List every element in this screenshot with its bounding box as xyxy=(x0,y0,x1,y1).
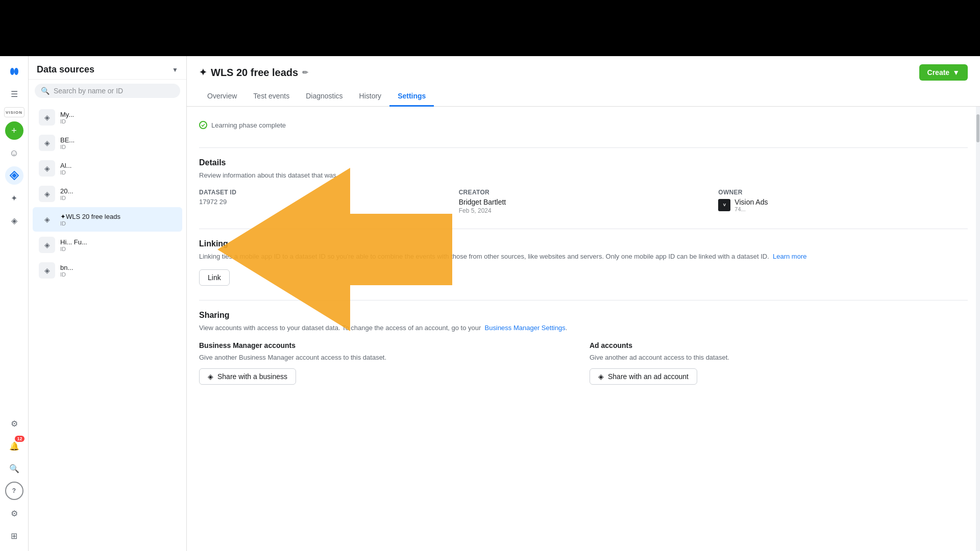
sharing-section: Sharing View accounts with access to you… xyxy=(199,311,968,385)
sidebar-item-name-2: BE... xyxy=(60,136,176,144)
sidebar-item-1[interactable]: ◈ My... ID xyxy=(33,105,182,130)
link-button[interactable]: Link xyxy=(199,269,230,286)
scrollbar-track[interactable] xyxy=(976,107,980,551)
tab-settings[interactable]: Settings xyxy=(389,87,434,107)
divider-1 xyxy=(199,147,968,148)
share-with-ad-account-button[interactable]: ◈ Share with an ad account xyxy=(590,368,697,385)
sharing-desc-text: View accounts with access to your datase… xyxy=(199,324,481,332)
share-ad-icon: ◈ xyxy=(598,372,604,381)
business-manager-card: Business Manager accounts Give another B… xyxy=(199,341,577,385)
sidebar-title-text: Data sources xyxy=(37,64,94,75)
edit-icon[interactable]: ✏ xyxy=(302,68,308,77)
svg-point-0 xyxy=(10,68,14,75)
create-dropdown-icon: ▼ xyxy=(952,68,960,77)
search-box: 🔍 xyxy=(35,84,180,98)
content-area: Learning phase complete Details Review i… xyxy=(187,107,980,551)
divider-3 xyxy=(199,300,968,300)
sidebar-item-4[interactable]: ◈ 20... ID xyxy=(33,182,182,206)
linking-desc-text: Linking ties a mobile app ID to a datase… xyxy=(199,253,769,260)
menu-icon[interactable]: ☰ xyxy=(5,85,23,103)
owner-item: Owner V Vision Ads 74... xyxy=(718,189,968,214)
main-content: ✦ WLS 20 free leads ✏ Create ▼ Overview … xyxy=(187,56,980,551)
notifications-icon[interactable]: 🔔 12 xyxy=(5,437,23,455)
details-title: Details xyxy=(199,158,968,167)
tools-icon[interactable]: ⚙ xyxy=(5,504,23,522)
main-header-top: ✦ WLS 20 free leads ✏ Create ▼ xyxy=(199,64,968,87)
account-icon[interactable]: ☺ xyxy=(5,144,23,162)
dataset-id-item: Dataset ID 17972 29 xyxy=(199,189,449,214)
campaigns-icon[interactable] xyxy=(5,166,23,185)
sidebar-item-id-4: ID xyxy=(60,195,176,201)
notification-badge: 12 xyxy=(15,436,24,442)
create-button-label: Create xyxy=(927,68,950,77)
create-button[interactable]: Create ▼ xyxy=(919,64,968,81)
left-nav: ☰ VISION + ☺ ✦ ◈ ⚙ 🔔 12 🔍 ? ⚙ ⊞ xyxy=(0,56,29,551)
sharing-grid: Business Manager accounts Give another B… xyxy=(199,341,968,385)
learning-phase: Learning phase complete xyxy=(199,117,968,137)
sidebar-item-7[interactable]: ◈ bn... ID xyxy=(33,258,182,283)
dataset-id-label: Dataset ID xyxy=(199,189,449,196)
dataset-title-icon: ✦ xyxy=(199,67,207,78)
sidebar-item-icon-7: ◈ xyxy=(39,262,55,279)
link-button-label: Link xyxy=(208,273,221,282)
sidebar-item-id-2: ID xyxy=(60,144,176,150)
sidebar-item-content-4: 20... ID xyxy=(60,187,176,201)
owner-row: V Vision Ads 74... xyxy=(718,198,968,212)
linking-desc: Linking ties a mobile app ID to a datase… xyxy=(199,252,968,262)
tab-diagnostics[interactable]: Diagnostics xyxy=(298,87,351,107)
main-header: ✦ WLS 20 free leads ✏ Create ▼ Overview … xyxy=(187,56,980,107)
sharing-title: Sharing xyxy=(199,311,968,320)
sidebar-item-id-1: ID xyxy=(60,118,176,124)
bm-card-title: Business Manager accounts xyxy=(199,341,577,349)
learn-more-link[interactable]: Learn more xyxy=(773,253,806,260)
dataset-id-value: 17972 29 xyxy=(199,198,449,206)
ad-card-desc: Give another ad account access to this d… xyxy=(590,353,968,363)
grid-icon[interactable]: ⊞ xyxy=(5,527,23,545)
sidebar-item-content-5: ✦WLS 20 free leads ID xyxy=(60,213,176,227)
business-manager-settings-link[interactable]: Business Manager Settings xyxy=(485,324,566,332)
tab-test-events[interactable]: Test events xyxy=(245,87,298,107)
sidebar-item-2[interactable]: ◈ BE... ID xyxy=(33,131,182,155)
tabs: Overview Test events Diagnostics History… xyxy=(199,87,968,106)
sidebar-item-content-6: Hi... Fu... ID xyxy=(60,238,176,252)
tab-overview[interactable]: Overview xyxy=(199,87,245,107)
sidebar-dropdown-icon[interactable]: ▼ xyxy=(172,66,178,73)
details-desc-text: Review information about this dataset th… xyxy=(199,171,336,179)
ad-accounts-card: Ad accounts Give another ad account acce… xyxy=(590,341,968,385)
owner-label: Owner xyxy=(718,189,968,196)
search-icon: 🔍 xyxy=(41,87,50,95)
ad-card-title: Ad accounts xyxy=(590,341,968,349)
sidebar-item-icon-6: ◈ xyxy=(39,237,55,253)
details-desc: Review information about this dataset th… xyxy=(199,170,968,181)
top-bar xyxy=(0,0,980,56)
starred-icon[interactable]: ✦ xyxy=(5,189,23,207)
sidebar-item-3[interactable]: ◈ Al... ID xyxy=(33,156,182,181)
sidebar: Data sources ▼ 🔍 ◈ My... ID ◈ BE... xyxy=(29,56,187,551)
tags-icon[interactable]: ◈ xyxy=(5,211,23,230)
linking-title: Linking xyxy=(199,239,968,248)
sidebar-item-icon-2: ◈ xyxy=(39,135,55,151)
sidebar-item-name-5: ✦WLS 20 free leads xyxy=(60,213,176,220)
sharing-desc: View accounts with access to your datase… xyxy=(199,323,968,333)
search-nav-icon[interactable]: 🔍 xyxy=(5,459,23,478)
help-icon[interactable]: ? xyxy=(5,482,23,500)
sidebar-item-6[interactable]: ◈ Hi... Fu... ID xyxy=(33,233,182,257)
sidebar-item-icon-5: ◈ xyxy=(39,211,55,228)
create-button-icon[interactable]: + xyxy=(5,121,23,140)
sidebar-item-name-1: My... xyxy=(60,111,176,118)
creator-item: Creator Bridget Bartlett Feb 5, 2024 xyxy=(459,189,708,214)
share-with-business-button[interactable]: ◈ Share with a business xyxy=(199,368,296,385)
meta-logo-icon[interactable] xyxy=(5,62,23,81)
search-input[interactable] xyxy=(54,87,174,95)
dataset-title: ✦ WLS 20 free leads ✏ xyxy=(199,67,308,79)
tab-history[interactable]: History xyxy=(351,87,390,107)
sidebar-item-content-1: My... ID xyxy=(60,111,176,124)
owner-id: 74... xyxy=(734,206,768,212)
scrollbar-thumb[interactable] xyxy=(976,114,979,142)
sidebar-item-content-3: Al... ID xyxy=(60,162,176,176)
sidebar-item-icon-3: ◈ xyxy=(39,160,55,177)
settings-icon[interactable]: ⚙ xyxy=(5,414,23,433)
sidebar-item-5-active[interactable]: ◈ ✦WLS 20 free leads ID xyxy=(33,207,182,232)
creator-label: Creator xyxy=(459,189,708,196)
detail-grid: Dataset ID 17972 29 Creator Bridget Bart… xyxy=(199,189,968,214)
